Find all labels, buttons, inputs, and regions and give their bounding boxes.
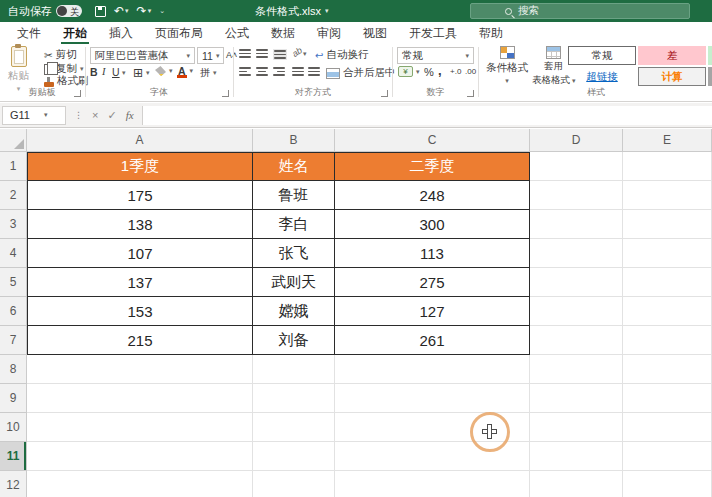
row-header-7[interactable]: 7 (0, 326, 27, 355)
autosave-toggle[interactable]: 自动保存 关 (8, 4, 82, 19)
cell-E8[interactable] (623, 355, 712, 384)
orientation-caret[interactable]: ▾ (303, 50, 307, 58)
number-format-select[interactable]: 常规 ▾ (397, 47, 474, 64)
tab-review[interactable]: 审阅 (306, 22, 352, 44)
row-header-5[interactable]: 5 (0, 268, 27, 297)
column-header-A[interactable]: A (27, 129, 253, 152)
italic-button[interactable]: I (102, 66, 106, 77)
underline-button[interactable]: U (112, 66, 120, 78)
cell-B12[interactable] (253, 471, 335, 497)
cell-C1[interactable]: 二季度 (335, 152, 530, 181)
cell-A11[interactable] (27, 442, 253, 471)
cell-C9[interactable] (335, 384, 530, 413)
column-header-E[interactable]: E (623, 129, 712, 152)
align-center-button[interactable] (256, 67, 268, 76)
cell-D5[interactable] (530, 268, 623, 297)
borders-button[interactable]: ⊞ ▾ (133, 66, 150, 80)
wrap-text-button[interactable]: ↩ 自动换行 (315, 48, 368, 62)
percent-style-button[interactable]: % (424, 66, 434, 78)
row-header-1[interactable]: 1 (0, 152, 27, 181)
row-header-3[interactable]: 3 (0, 210, 27, 239)
column-header-B[interactable]: B (253, 129, 335, 152)
cell-D2[interactable] (530, 181, 623, 210)
number-dialog-launcher[interactable] (467, 90, 474, 97)
cell-E12[interactable] (623, 471, 712, 497)
clipboard-dialog-launcher[interactable] (74, 90, 81, 97)
cell-E7[interactable] (623, 326, 712, 355)
font-color-button[interactable]: A ▾ (177, 65, 193, 77)
cell-A12[interactable] (27, 471, 253, 497)
tab-file[interactable]: 文件 (6, 22, 52, 44)
cell-A5[interactable]: 137 (27, 268, 253, 297)
decrease-decimal-button[interactable]: .00 (465, 67, 476, 76)
bottom-align-button[interactable] (273, 49, 287, 60)
tab-insert[interactable]: 插入 (98, 22, 144, 44)
cell-D12[interactable] (530, 471, 623, 497)
cell-D6[interactable] (530, 297, 623, 326)
cell-C6[interactable]: 127 (335, 297, 530, 326)
cell-D11[interactable] (530, 442, 623, 471)
cell-A1[interactable]: 1季度 (27, 152, 253, 181)
orientation-button[interactable]: ab (290, 45, 304, 59)
cell-A9[interactable] (27, 384, 253, 413)
cancel-button[interactable]: × (92, 109, 98, 121)
formula-input[interactable] (142, 106, 712, 125)
cell-B8[interactable] (253, 355, 335, 384)
cell-B1[interactable]: 姓名 (253, 152, 335, 181)
row-header-8[interactable]: 8 (0, 355, 27, 384)
cell-D9[interactable] (530, 384, 623, 413)
cell-B5[interactable]: 武则天 (253, 268, 335, 297)
cell-style-check[interactable]: 检查单元格 (708, 67, 712, 86)
cell-B2[interactable]: 鲁班 (253, 181, 335, 210)
tab-view[interactable]: 视图 (352, 22, 398, 44)
search-box[interactable]: 搜索 (470, 3, 690, 19)
row-header-10[interactable]: 10 (0, 413, 27, 442)
cell-A2[interactable]: 175 (27, 181, 253, 210)
cell-E6[interactable] (623, 297, 712, 326)
conditional-formatting-button[interactable]: 条件格式 ▾ (486, 46, 528, 85)
align-left-button[interactable] (239, 67, 251, 76)
cell-B3[interactable]: 李白 (253, 210, 335, 239)
cell-C12[interactable] (335, 471, 530, 497)
merge-center-button[interactable]: 合并后居中 ▾ (326, 66, 402, 80)
cell-B11[interactable] (253, 442, 335, 471)
cell-D3[interactable] (530, 210, 623, 239)
cut-button[interactable]: ✂ 剪切 (44, 48, 77, 62)
fill-color-button[interactable]: ▾ (155, 66, 173, 76)
cell-A7[interactable]: 215 (27, 326, 253, 355)
row-header-12[interactable]: 12 (0, 471, 27, 497)
middle-align-button[interactable] (256, 49, 268, 58)
cell-E10[interactable] (623, 413, 712, 442)
cell-style-bad[interactable]: 差 (638, 46, 706, 65)
tab-developer[interactable]: 开发工具 (398, 22, 468, 44)
accounting-format-button[interactable]: ¥ ▾ (398, 66, 420, 77)
row-header-9[interactable]: 9 (0, 384, 27, 413)
cell-D10[interactable] (530, 413, 623, 442)
redo-button[interactable]: ↷▾ (137, 4, 152, 18)
row-header-4[interactable]: 4 (0, 239, 27, 268)
cell-B10[interactable] (253, 413, 335, 442)
cell-style-good[interactable]: 好 (708, 46, 712, 65)
cell-A3[interactable]: 138 (27, 210, 253, 239)
tab-page-layout[interactable]: 页面布局 (144, 22, 214, 44)
autosave-switch-icon[interactable]: 关 (56, 5, 82, 17)
cell-D4[interactable] (530, 239, 623, 268)
increase-decimal-button[interactable]: +.0 (450, 67, 461, 76)
bold-button[interactable]: B (90, 66, 98, 78)
cell-D1[interactable] (530, 152, 623, 181)
row-header-6[interactable]: 6 (0, 297, 27, 326)
cell-D7[interactable] (530, 326, 623, 355)
cell-C3[interactable]: 300 (335, 210, 530, 239)
tab-data[interactable]: 数据 (260, 22, 306, 44)
cell-E1[interactable] (623, 152, 712, 181)
cell-C5[interactable]: 275 (335, 268, 530, 297)
cell-style-normal[interactable]: 常规 (568, 46, 636, 65)
customize-quick-access-button[interactable]: ⌄ (159, 7, 165, 15)
increase-indent-button[interactable] (308, 67, 320, 76)
font-size-select[interactable]: 11 ▾ (197, 47, 224, 64)
font-dialog-launcher[interactable] (222, 90, 229, 97)
cell-style-hyperlink[interactable]: 超链接 (568, 67, 636, 86)
cell-A6[interactable]: 153 (27, 297, 253, 326)
grow-font-button[interactable]: A˄ (226, 50, 237, 60)
cell-D8[interactable] (530, 355, 623, 384)
